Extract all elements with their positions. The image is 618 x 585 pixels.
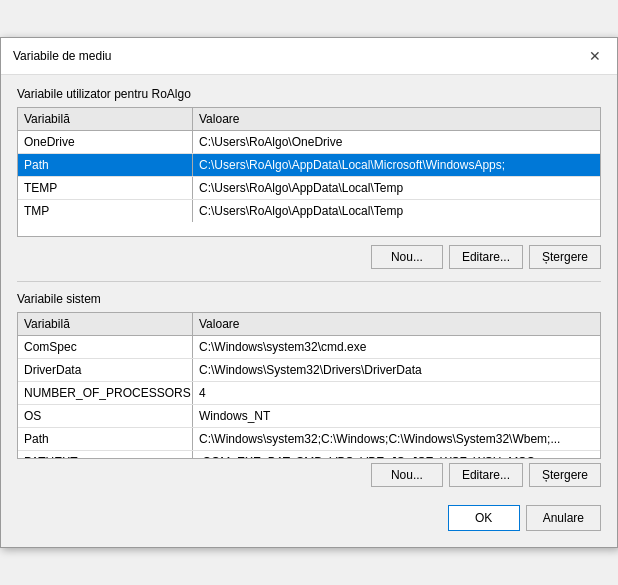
system-edit-button[interactable]: Editare...	[449, 463, 523, 487]
user-var-value: C:\Users\RoAlgo\AppData\Local\Temp	[193, 177, 600, 199]
system-buttons-row: Nou... Editare... Ștergere	[17, 463, 601, 487]
user-edit-button[interactable]: Editare...	[449, 245, 523, 269]
system-col-variable-header: Variabilă	[18, 313, 193, 335]
system-section-label: Variabile sistem	[17, 292, 601, 306]
user-table-header: Variabilă Valoare	[18, 108, 600, 131]
sys-var-name: NUMBER_OF_PROCESSORS	[18, 382, 193, 404]
close-button[interactable]: ✕	[585, 46, 605, 66]
table-row[interactable]: TEMP C:\Users\RoAlgo\AppData\Local\Temp	[18, 177, 600, 200]
user-var-value: C:\Users\RoAlgo\OneDrive	[193, 131, 600, 153]
environment-variables-dialog: Variabile de mediu ✕ Variabile utilizato…	[0, 37, 618, 548]
table-row[interactable]: OneDrive C:\Users\RoAlgo\OneDrive	[18, 131, 600, 154]
title-bar: Variabile de mediu ✕	[1, 38, 617, 75]
system-variables-table: Variabilă Valoare ComSpec C:\Windows\sys…	[17, 312, 601, 459]
sys-var-name: PATHEXT	[18, 451, 193, 458]
user-section-label: Variabile utilizator pentru RoAlgo	[17, 87, 601, 101]
user-new-button[interactable]: Nou...	[371, 245, 443, 269]
sys-var-name: OS	[18, 405, 193, 427]
user-delete-button[interactable]: Ștergere	[529, 245, 601, 269]
user-var-value: C:\Users\RoAlgo\AppData\Local\Temp	[193, 200, 600, 222]
user-col-variable-header: Variabilă	[18, 108, 193, 130]
user-var-name: TEMP	[18, 177, 193, 199]
sys-var-name: ComSpec	[18, 336, 193, 358]
user-variables-table: Variabilă Valoare OneDrive C:\Users\RoAl…	[17, 107, 601, 237]
user-var-name: TMP	[18, 200, 193, 222]
sys-var-value: .COM;.EXE;.BAT;.CMD;.VBS;.VBE;.JS;.JSE;.…	[193, 451, 600, 458]
table-row[interactable]: DriverData C:\Windows\System32\Drivers\D…	[18, 359, 600, 382]
table-row[interactable]: Path C:\Users\RoAlgo\AppData\Local\Micro…	[18, 154, 600, 177]
table-row[interactable]: ComSpec C:\Windows\system32\cmd.exe	[18, 336, 600, 359]
sys-var-value: C:\Windows\System32\Drivers\DriverData	[193, 359, 600, 381]
footer-buttons-row: OK Anulare	[17, 499, 601, 535]
system-delete-button[interactable]: Ștergere	[529, 463, 601, 487]
sys-var-value: Windows_NT	[193, 405, 600, 427]
system-table-header: Variabilă Valoare	[18, 313, 600, 336]
dialog-body: Variabile utilizator pentru RoAlgo Varia…	[1, 75, 617, 547]
user-var-name: Path	[18, 154, 193, 176]
user-col-value-header: Valoare	[193, 108, 600, 130]
table-row[interactable]: Path C:\Windows\system32;C:\Windows;C:\W…	[18, 428, 600, 451]
table-row[interactable]: PATHEXT .COM;.EXE;.BAT;.CMD;.VBS;.VBE;.J…	[18, 451, 600, 458]
user-var-value: C:\Users\RoAlgo\AppData\Local\Microsoft\…	[193, 154, 600, 176]
sys-var-name: Path	[18, 428, 193, 450]
user-var-name: OneDrive	[18, 131, 193, 153]
system-new-button[interactable]: Nou...	[371, 463, 443, 487]
section-divider	[17, 281, 601, 282]
sys-var-value: C:\Windows\system32;C:\Windows;C:\Window…	[193, 428, 600, 450]
dialog-title: Variabile de mediu	[13, 49, 112, 63]
system-col-value-header: Valoare	[193, 313, 600, 335]
sys-var-value: 4	[193, 382, 600, 404]
sys-var-name: DriverData	[18, 359, 193, 381]
ok-button[interactable]: OK	[448, 505, 520, 531]
user-buttons-row: Nou... Editare... Ștergere	[17, 245, 601, 269]
table-row[interactable]: NUMBER_OF_PROCESSORS 4	[18, 382, 600, 405]
sys-var-value: C:\Windows\system32\cmd.exe	[193, 336, 600, 358]
table-row[interactable]: TMP C:\Users\RoAlgo\AppData\Local\Temp	[18, 200, 600, 222]
table-row[interactable]: OS Windows_NT	[18, 405, 600, 428]
cancel-button[interactable]: Anulare	[526, 505, 601, 531]
system-table-scroll[interactable]: Variabilă Valoare ComSpec C:\Windows\sys…	[18, 313, 600, 458]
